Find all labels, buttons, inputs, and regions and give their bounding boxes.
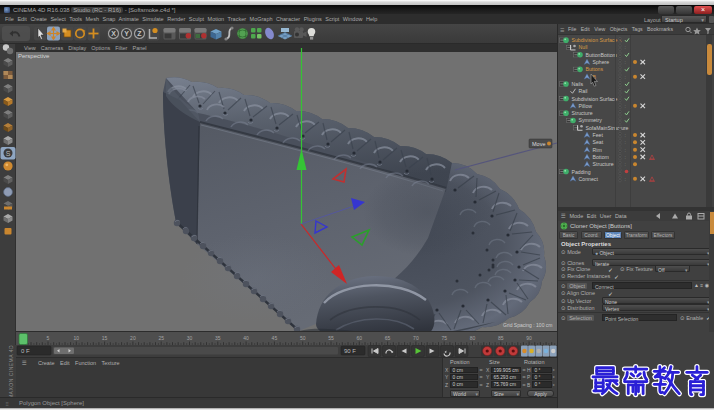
svg-text:Connect: Connect bbox=[579, 176, 599, 182]
svg-text:S: S bbox=[6, 150, 11, 157]
svg-text:Z: Z bbox=[137, 30, 142, 37]
svg-text:Structure: Structure bbox=[572, 110, 593, 116]
svg-text:15: 15 bbox=[102, 335, 108, 341]
svg-text::: : bbox=[625, 154, 626, 160]
svg-text:Subdivision Surface: Subdivision Surface bbox=[572, 96, 618, 102]
svg-text:Bottom: Bottom bbox=[593, 154, 609, 160]
svg-text:40: 40 bbox=[243, 335, 249, 341]
svg-text:X: X bbox=[111, 30, 116, 37]
svg-text::: : bbox=[625, 103, 626, 109]
svg-text:SofaMainStructure: SofaMainStructure bbox=[586, 125, 629, 131]
svg-text:Padding: Padding bbox=[572, 169, 591, 175]
svg-text:10: 10 bbox=[74, 335, 80, 341]
svg-text:0 F: 0 F bbox=[21, 348, 30, 354]
svg-text::: : bbox=[625, 59, 626, 65]
svg-text:Subdivision Surface 1: Subdivision Surface 1 bbox=[572, 37, 622, 43]
svg-text:Null: Null bbox=[579, 44, 588, 50]
svg-text:Structure: Structure bbox=[593, 161, 614, 167]
svg-text:ButtonBottom: ButtonBottom bbox=[586, 52, 617, 58]
svg-text:Symmetry: Symmetry bbox=[579, 117, 603, 123]
svg-text:Nails: Nails bbox=[572, 81, 584, 87]
svg-text:30: 30 bbox=[187, 335, 193, 341]
svg-text:90: 90 bbox=[526, 335, 532, 341]
svg-text::: : bbox=[625, 161, 626, 167]
svg-text::: : bbox=[625, 176, 626, 182]
svg-text:80: 80 bbox=[470, 335, 476, 341]
svg-text:75: 75 bbox=[441, 335, 447, 341]
svg-text:90 F: 90 F bbox=[344, 348, 356, 354]
svg-text:25: 25 bbox=[158, 335, 164, 341]
svg-text:Y: Y bbox=[124, 30, 129, 37]
svg-text:Feet: Feet bbox=[593, 132, 604, 138]
svg-text::: : bbox=[625, 147, 626, 153]
svg-text:50: 50 bbox=[300, 335, 306, 341]
svg-text::: : bbox=[625, 139, 626, 145]
svg-text::: : bbox=[625, 74, 626, 80]
svg-text:5: 5 bbox=[47, 335, 50, 341]
svg-text:85: 85 bbox=[498, 335, 504, 341]
svg-text:70: 70 bbox=[413, 335, 419, 341]
svg-text:Sphere: Sphere bbox=[593, 59, 610, 65]
svg-text:Seat: Seat bbox=[593, 139, 604, 145]
svg-text:35: 35 bbox=[215, 335, 221, 341]
svg-text:Rim: Rim bbox=[593, 147, 602, 153]
svg-text::: : bbox=[625, 125, 626, 131]
svg-text:60: 60 bbox=[357, 335, 363, 341]
svg-text:Move: Move bbox=[532, 141, 545, 147]
svg-text:Rail: Rail bbox=[579, 88, 588, 94]
svg-text:20: 20 bbox=[130, 335, 136, 341]
svg-text::: : bbox=[625, 44, 626, 50]
svg-text:Buttons: Buttons bbox=[586, 66, 604, 72]
svg-text:55: 55 bbox=[328, 335, 334, 341]
svg-text:65: 65 bbox=[385, 335, 391, 341]
svg-text:Pillow: Pillow bbox=[579, 103, 593, 109]
svg-text:45: 45 bbox=[272, 335, 278, 341]
svg-text::: : bbox=[625, 132, 626, 138]
